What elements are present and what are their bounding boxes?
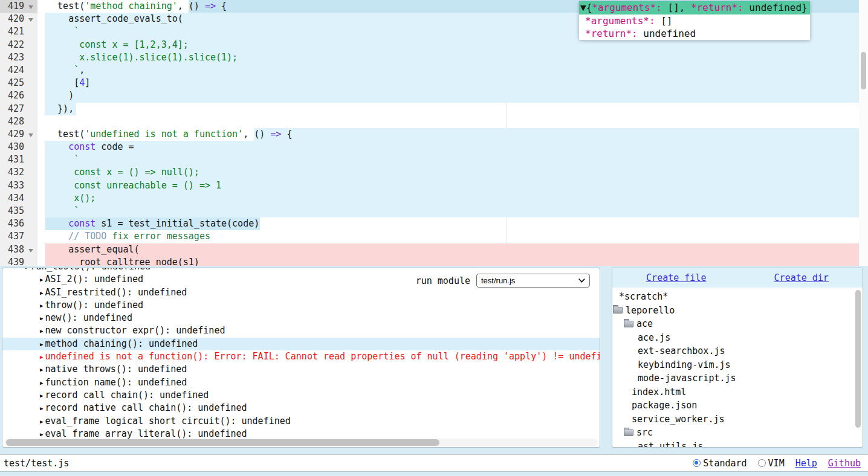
file-tree-item[interactable]: mode-javascript.js (612, 371, 863, 385)
file-tree-scrollbar[interactable] (855, 290, 861, 445)
file-tree-item[interactable]: *scratch* (612, 290, 863, 304)
gutter-line-number[interactable]: 420 (0, 13, 37, 25)
calltree-item[interactable]: ▶native throws(): undefined (2, 363, 600, 376)
file-tree-item[interactable]: package.json (612, 399, 863, 413)
gutter-line-number[interactable]: 433 (0, 179, 37, 192)
code-line[interactable]: // TODO fix error messages (0, 230, 868, 243)
file-tree-item[interactable]: keybinding-vim.js (612, 358, 863, 372)
keyboard-mode-vim[interactable]: VIM (758, 458, 785, 469)
code-line[interactable]: [4] (0, 77, 868, 89)
expand-arrow-icon[interactable]: ▶ (40, 303, 43, 309)
fold-arrow-icon[interactable] (28, 18, 33, 22)
calltree-item[interactable]: ▶new(): undefined (2, 312, 600, 324)
fold-arrow-icon[interactable] (28, 5, 33, 9)
run-module-select[interactable]: test/run.js (476, 274, 590, 288)
expand-arrow-icon[interactable]: ▶ (40, 277, 43, 283)
expand-arrow-icon[interactable]: ▶ (40, 290, 43, 296)
calltree-item[interactable]: ▶record call chain(): undefined (2, 389, 600, 402)
code-line[interactable]: ) (0, 89, 868, 102)
gutter-line-number[interactable]: 427 (0, 103, 37, 115)
scrollbar-thumb[interactable] (6, 439, 439, 446)
gutter-line-number[interactable]: 434 (0, 192, 37, 205)
code-line[interactable]: root_calltree_node(s1) (0, 256, 868, 266)
code-line[interactable]: x.slice(1).slice(1).slice(1); (0, 51, 868, 64)
scrollbar-thumb[interactable] (861, 52, 866, 89)
github-link[interactable]: Github (828, 458, 861, 469)
gutter-line-number[interactable]: 422 (0, 39, 37, 51)
value-tooltip-entry[interactable]: *arguments*: [] (579, 14, 810, 27)
calltree-item[interactable]: ▶ASI_restrited(): undefined (2, 286, 600, 299)
calltree-item[interactable]: ▶function name(): undefined (2, 376, 600, 389)
expand-arrow-icon[interactable]: ▶ (40, 393, 43, 399)
keyboard-mode-standard[interactable]: Standard (693, 458, 747, 469)
calltree-item[interactable]: ▶run_tests(): undefined (2, 268, 600, 273)
code-line[interactable]: const unreachable = () => 1 (0, 179, 868, 192)
value-tooltip-entry[interactable]: *return*: undefined (579, 27, 810, 40)
create-dir-link[interactable]: Create dir (774, 272, 829, 283)
help-link[interactable]: Help (795, 458, 817, 469)
gutter-line-number[interactable]: 428 (0, 115, 37, 128)
scrollbar-thumb[interactable] (855, 290, 861, 428)
gutter-line-number[interactable]: 425 (0, 77, 37, 89)
file-tree-item[interactable]: src (612, 426, 863, 440)
code-editor[interactable]: test('method chaining', () => { assert_c… (0, 0, 868, 266)
file-tree-item[interactable]: index.html (612, 385, 863, 399)
expand-arrow-icon[interactable]: ▶ (40, 367, 43, 373)
standard-radio-icon[interactable] (693, 459, 701, 467)
gutter-line-number[interactable]: 438 (0, 243, 37, 256)
gutter-line-number[interactable]: 419 (0, 0, 37, 13)
gutter-line-number[interactable]: 435 (0, 205, 37, 217)
code-line[interactable]: `, (0, 64, 868, 77)
file-tree-item[interactable]: ace (612, 317, 863, 331)
gutter-line-number[interactable]: 437 (0, 230, 37, 243)
code-line[interactable]: ` (0, 153, 868, 166)
gutter-line-number[interactable]: 424 (0, 64, 37, 77)
file-tree-item[interactable]: ast_utils.js (612, 440, 863, 448)
calltree-item[interactable]: ▶throw(): undefined (2, 299, 600, 312)
expand-arrow-icon[interactable]: ▶ (40, 354, 43, 360)
gutter-line-number[interactable]: 423 (0, 51, 37, 64)
expand-arrow-icon[interactable]: ▶ (40, 315, 43, 321)
editor-vertical-scrollbar[interactable] (859, 0, 868, 266)
code-line[interactable]: const s1 = test_initial_state(code) (0, 217, 868, 230)
gutter-line-number[interactable]: 436 (0, 217, 37, 230)
code-line[interactable]: ` (0, 205, 868, 217)
code-line[interactable]: test('undefined is not a function', () =… (0, 128, 868, 141)
code-line[interactable]: }), (0, 103, 868, 115)
calltree-item[interactable]: ▶undefined is not a function(): Error: F… (2, 350, 600, 363)
code-line[interactable]: const x = () => null(); (0, 166, 868, 179)
gutter-line-number[interactable]: 439 (0, 256, 37, 266)
expand-arrow-icon[interactable]: ▶ (40, 341, 43, 347)
code-line[interactable] (0, 115, 868, 128)
calltree-item[interactable]: ▶new constructor expr(): undefined (2, 324, 600, 337)
fold-arrow-icon[interactable] (28, 249, 33, 252)
expand-arrow-icon[interactable]: ▶ (40, 431, 43, 437)
gutter-line-number[interactable]: 426 (0, 89, 37, 102)
calltree-item[interactable]: ▶record native call chain(): undefined (2, 402, 600, 414)
gutter-line-number[interactable]: 429 (0, 128, 37, 141)
expand-arrow-icon[interactable]: ▶ (40, 405, 43, 411)
expand-arrow-icon[interactable]: ▶ (25, 268, 28, 270)
expand-arrow-icon[interactable]: ▶ (40, 328, 43, 334)
gutter-line-number[interactable]: 432 (0, 166, 37, 179)
code-line[interactable]: assert_equal( (0, 243, 868, 256)
calltree-item[interactable]: ▶method chaining(): undefined (2, 338, 600, 350)
expand-arrow-icon[interactable]: ▶ (40, 419, 43, 425)
calltree-horizontal-scrollbar[interactable] (4, 439, 598, 446)
file-tree-item[interactable]: ext-searchbox.js (612, 344, 863, 358)
file-tree-item[interactable]: leporello (612, 304, 863, 318)
file-tree-item[interactable]: service_worker.js (612, 413, 863, 426)
value-tooltip-header[interactable]: ▼{*arguments*: [], *return*: undefined} (579, 1, 810, 14)
expand-arrow-icon[interactable]: ▶ (40, 380, 43, 386)
vim-radio-icon[interactable] (758, 459, 766, 467)
gutter-line-number[interactable]: 431 (0, 153, 37, 166)
gutter-line-number[interactable]: 430 (0, 141, 37, 153)
fold-arrow-icon[interactable] (28, 133, 33, 137)
file-tree-item[interactable]: ace.js (612, 331, 863, 345)
calltree-item[interactable]: ▶eval_frame logical short circuit(): und… (2, 415, 600, 428)
code-line[interactable]: x(); (0, 192, 868, 205)
gutter-line-number[interactable]: 421 (0, 25, 37, 38)
create-file-link[interactable]: Create file (646, 272, 706, 283)
code-line[interactable]: const x = [1,2,3,4]; (0, 39, 868, 51)
code-line[interactable]: const code = (0, 141, 868, 153)
